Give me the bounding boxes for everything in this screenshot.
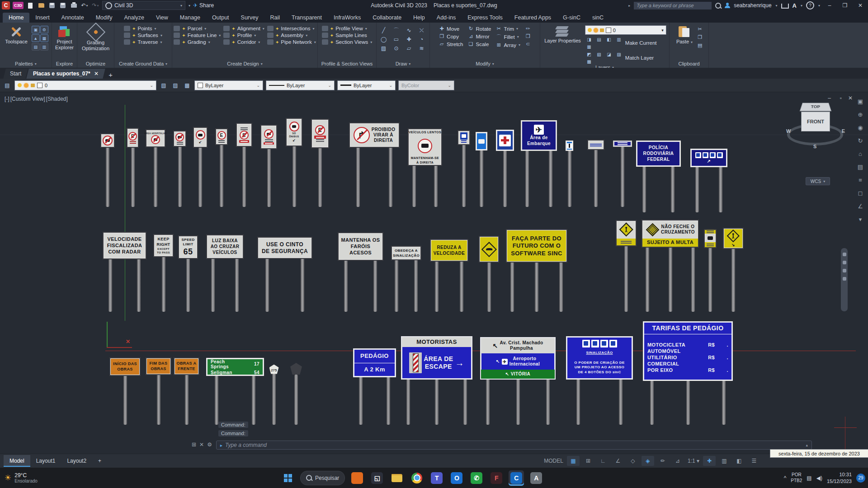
sign-post[interactable] <box>185 374 189 425</box>
sign-post[interactable] <box>294 375 298 425</box>
layer-state-icon[interactable]: ▨ <box>171 81 180 90</box>
sign-regulatory-bus[interactable]: ↙ <box>193 127 208 148</box>
panel-label-palettes[interactable]: Palettes▾ <box>0 60 52 68</box>
layer-tool-icon[interactable]: ▤ <box>595 36 603 42</box>
sign-post[interactable] <box>235 258 239 312</box>
layer-tool-icon[interactable]: ▨ <box>615 51 623 57</box>
modify-button[interactable]: ✂Trim▾ <box>495 26 520 32</box>
palette-icon[interactable]: ▤ <box>32 43 40 51</box>
layer-tool-icon[interactable]: ▥ <box>615 36 623 42</box>
sign-route-shield-275[interactable]: 275 <box>269 364 279 374</box>
annotation-scale[interactable]: 1:1 ▾ <box>686 456 701 466</box>
sign-post[interactable] <box>435 379 439 425</box>
sign-post[interactable] <box>373 260 377 312</box>
ribbon-tab[interactable]: Collaborate <box>367 13 407 23</box>
command-expand-icon[interactable]: ▴ <box>806 443 808 447</box>
file-tab-current-drawing[interactable]: Placas e suportes_07* ✕ <box>27 69 105 79</box>
draw-tool-icon[interactable]: ◔ <box>416 35 427 43</box>
object-snap[interactable]: ◈ <box>642 456 654 466</box>
command-close-icon[interactable]: ✕ <box>199 441 204 448</box>
workspace-dropdown[interactable]: Civil 3D▾ <box>102 1 185 10</box>
ribbon-tab[interactable]: G-sinC <box>557 13 586 23</box>
compass-east[interactable]: E <box>842 128 845 134</box>
sign-proibido-virar-direita[interactable]: ↱PROIBIDOVIRAR ÀDIREITA <box>349 122 400 148</box>
help-menu-caret[interactable]: ▾ <box>818 4 820 8</box>
clipboard-tool-icon[interactable]: ❐ <box>697 34 703 40</box>
ribbon-tab[interactable]: Home <box>3 13 29 23</box>
layout-tab[interactable]: Model <box>4 455 30 467</box>
sign-veiculos-lentos[interactable]: VEÍCULOS LENTOSMANTENHAM-SEÀ DIREITA <box>408 128 442 166</box>
nav-strip[interactable] <box>841 248 848 311</box>
sign-post[interactable] <box>292 145 296 207</box>
app-store-cart-icon[interactable] <box>781 4 789 9</box>
design-button[interactable]: ✦Corridor▾ <box>223 39 264 45</box>
modify-button[interactable]: ⊿Mirror <box>468 33 491 39</box>
isometric-drafting[interactable]: ◇ <box>627 456 639 466</box>
ribbon-tab[interactable]: Rail <box>264 13 286 23</box>
sign-post[interactable] <box>535 262 538 312</box>
sign-post[interactable] <box>211 258 215 312</box>
taskbar-app-civil3d[interactable]: C <box>509 470 524 486</box>
draw-tool-icon[interactable]: ◯ <box>378 35 389 43</box>
sign-post[interactable] <box>525 150 529 207</box>
sign-post[interactable] <box>549 150 552 207</box>
design-button[interactable]: ✦Parcel▾ <box>174 26 221 31</box>
weather-widget[interactable]: ☀ 29°CEnsolarado <box>0 472 95 483</box>
layer-tool-icon[interactable]: ◪ <box>605 51 613 57</box>
save-button[interactable] <box>48 2 56 9</box>
plot-button[interactable] <box>70 2 78 9</box>
share-button[interactable]: ✈ Share <box>193 2 214 9</box>
sign-post[interactable] <box>414 259 418 312</box>
sign-post[interactable] <box>594 149 598 207</box>
taskbar-app-whatsapp[interactable]: ✆ <box>469 470 484 486</box>
language-indicator[interactable]: PORPTB2 <box>791 472 802 483</box>
ribbon-tab[interactable]: Add-ins <box>431 13 462 23</box>
signed-in-user[interactable]: seabrahenrique <box>734 2 771 9</box>
design-button[interactable]: ✦Feature Line▾ <box>174 33 221 38</box>
sign-post[interactable] <box>267 148 271 207</box>
sign-post[interactable] <box>669 247 672 312</box>
viewcube-top-face[interactable]: TOP <box>800 103 832 112</box>
palette-icon[interactable]: ▣ <box>32 26 40 33</box>
open-file-button[interactable] <box>37 2 45 9</box>
palette-icon[interactable]: ▥ <box>40 43 48 51</box>
taskbar-search[interactable]: Pesquisar <box>300 471 345 485</box>
sign-post[interactable] <box>242 146 246 207</box>
sign-post[interactable] <box>516 379 520 425</box>
draw-tool-icon[interactable]: ⊙ <box>391 44 402 52</box>
sign-regulatory-10[interactable]: E <box>311 119 329 148</box>
sign-post[interactable] <box>178 146 182 207</box>
ribbon-tab[interactable]: sinC <box>586 13 609 23</box>
layer-tool-icon[interactable]: ◩ <box>585 51 593 57</box>
sign-post[interactable] <box>406 379 410 425</box>
palette-icon[interactable]: ⚙ <box>40 26 48 33</box>
draw-tool-icon[interactable]: ≋ <box>416 44 427 52</box>
new-drawing-tab-button[interactable]: + <box>108 71 113 79</box>
grid-display[interactable]: ▦ <box>567 456 580 466</box>
sign-post[interactable] <box>395 259 398 312</box>
layer-tool-icon[interactable]: ▧ <box>595 51 603 57</box>
palette-icon[interactable]: ▲ <box>32 34 40 42</box>
sign-post[interactable] <box>162 256 165 312</box>
sign-post[interactable] <box>215 375 218 425</box>
sign-peach-springs-seligman[interactable]: Peach Springs17Seligman54 <box>206 358 264 376</box>
search-icon[interactable] <box>715 3 721 9</box>
profile-view-button[interactable]: ✦Sample Lines <box>322 33 372 38</box>
draw-tool-icon[interactable]: ▭ <box>391 35 402 43</box>
close-tab-icon[interactable]: ✕ <box>94 70 99 77</box>
annotation-monitor[interactable]: ▥ <box>718 456 731 466</box>
sign-post[interactable] <box>576 379 580 425</box>
sign-post[interactable] <box>646 247 649 312</box>
redo-button[interactable]: ↷▾ <box>91 2 99 9</box>
modify-button[interactable]: ↻Rotate <box>468 26 491 32</box>
nav-tool-icon[interactable]: ⊕ <box>855 110 865 119</box>
layout-tab[interactable]: + <box>92 455 107 467</box>
sign-post[interactable] <box>487 262 491 312</box>
taskbar-app-app-orange[interactable] <box>349 470 365 486</box>
taskbar-app-outlook[interactable]: O <box>449 470 464 486</box>
draw-tool-icon[interactable]: ∿ <box>404 26 415 34</box>
sign-post[interactable] <box>123 375 127 425</box>
layer-control-dropdown[interactable]: 0⌄ <box>14 80 156 90</box>
sign-post[interactable] <box>434 165 438 207</box>
layout-tab[interactable]: Layout1 <box>30 455 61 467</box>
